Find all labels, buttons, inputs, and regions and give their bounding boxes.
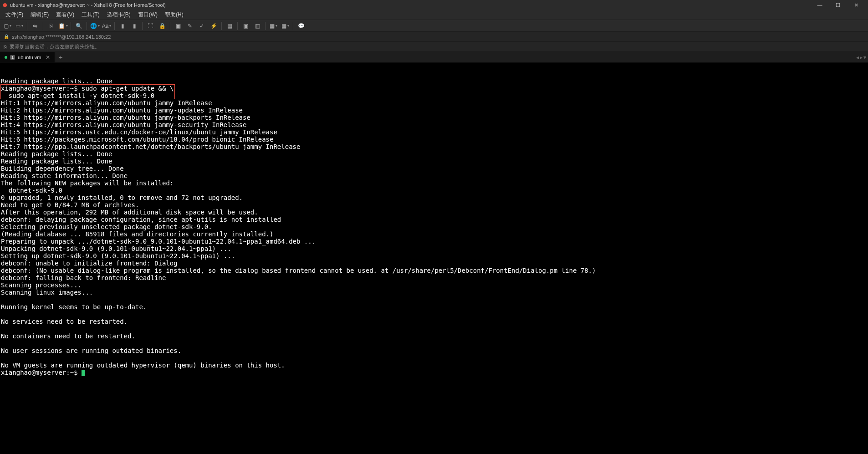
separator xyxy=(27,22,27,30)
fullscreen-button[interactable]: ⛶ xyxy=(145,21,156,31)
hint-icon: ⎘ xyxy=(4,44,7,50)
menu-help[interactable]: 帮助(H) xyxy=(161,10,187,20)
tab-next-button[interactable]: ▸ xyxy=(860,54,863,61)
open-session-button[interactable]: ▭ xyxy=(14,21,25,31)
terminal-line: Selecting previously unselected package … xyxy=(1,223,867,230)
hint-text: 要添加当前会话，点击左侧的箭头按钮。 xyxy=(10,43,100,50)
menu-tools[interactable]: 工具(T) xyxy=(78,10,103,20)
terminal-line: Scanning processes... xyxy=(1,281,867,289)
terminal-line xyxy=(1,325,867,332)
toolbar-btn-b[interactable]: ✎ xyxy=(184,21,195,31)
separator xyxy=(237,22,238,30)
terminal-line: No user sessions are running outdated bi… xyxy=(1,347,867,354)
separator xyxy=(142,22,143,30)
menu-window[interactable]: 窗口(W) xyxy=(134,10,161,20)
minimize-button[interactable]: — xyxy=(811,0,829,10)
terminal-line: No VM guests are running outdated hyperv… xyxy=(1,362,867,369)
terminal-line: No services need to be restarted. xyxy=(1,318,867,325)
encoding-button[interactable]: 🌐 xyxy=(89,21,100,31)
tab-label: ubuntu vm xyxy=(18,55,41,60)
terminal-line: Scanning linux images... xyxy=(1,289,867,296)
window-title: ubuntu vm - xianghao@myserver: ~ - Xshel… xyxy=(10,2,166,8)
terminal-line xyxy=(1,340,867,347)
separator xyxy=(265,22,266,30)
terminal-line: Hit:7 https://ppa.launchpadcontent.net/d… xyxy=(1,143,867,150)
terminal-line xyxy=(1,354,867,362)
menu-tabs[interactable]: 选项卡(B) xyxy=(103,10,134,20)
separator xyxy=(71,22,71,30)
menu-view[interactable]: 查看(V) xyxy=(52,10,78,20)
new-tab-button[interactable]: + xyxy=(55,52,66,62)
terminal-line: debconf: (No usable dialog-like program … xyxy=(1,267,867,274)
layout-button[interactable]: ▦ xyxy=(268,21,279,31)
separator xyxy=(221,22,222,30)
terminal-line: Hit:1 https://mirrors.aliyun.com/ubuntu … xyxy=(1,99,867,107)
terminal-line: Reading package lists... Done xyxy=(1,150,867,158)
terminal[interactable]: Reading package lists... Donexianghao@my… xyxy=(0,63,868,454)
reconnect-button[interactable]: ⇋ xyxy=(30,21,41,31)
terminal-line: dotnet-sdk-9.0 xyxy=(1,187,867,194)
close-button[interactable]: ✕ xyxy=(847,0,865,10)
menu-file[interactable]: 文件(F) xyxy=(2,10,27,20)
separator xyxy=(114,22,115,30)
cursor xyxy=(82,370,85,376)
terminal-line: Reading state information... Done xyxy=(1,172,867,179)
terminal-line: 0 upgraded, 1 newly installed, 0 to remo… xyxy=(1,194,867,201)
toolbar-btn-g[interactable]: ▥ xyxy=(252,21,263,31)
title-bar: ⬣ ubuntu vm - xianghao@myserver: ~ - Xsh… xyxy=(0,0,868,10)
lock-button[interactable]: 🔒 xyxy=(157,21,168,31)
terminal-line: debconf: delaying package configuration,… xyxy=(1,216,867,223)
terminal-line: Hit:6 https://packages.microsoft.com/ubu… xyxy=(1,136,867,143)
app-icon: ⬣ xyxy=(3,2,7,8)
toolbar-btn-f[interactable]: ▣ xyxy=(240,21,251,31)
color-scheme-2-button[interactable]: ▮ xyxy=(129,21,140,31)
new-session-button[interactable]: ▢ xyxy=(2,21,13,31)
terminal-line: Reading package lists... Done xyxy=(1,158,867,165)
separator xyxy=(293,22,293,30)
terminal-line: Need to get 0 B/84.7 MB of archives. xyxy=(1,201,867,209)
hint-bar: ⎘ 要添加当前会话，点击左侧的箭头按钮。 xyxy=(0,42,868,52)
terminal-line: The following NEW packages will be insta… xyxy=(1,179,867,187)
session-tab[interactable]: 1 ubuntu vm ✕ xyxy=(0,52,55,62)
search-button[interactable]: 🔍 xyxy=(73,21,84,31)
toolbar: ▢ ▭ ⇋ ⎘ 📋 🔍 🌐 Aa ▮ ▮ ⛶ 🔒 ▣ ✎ ✓ ⚡ ▤ ▣ ▥ ▦… xyxy=(0,20,868,32)
font-button[interactable]: Aa xyxy=(101,21,112,31)
tile-button[interactable]: ▦ xyxy=(280,21,291,31)
toolbar-btn-e[interactable]: ▤ xyxy=(224,21,235,31)
maximize-button[interactable]: ☐ xyxy=(829,0,847,10)
paste-button[interactable]: 📋 xyxy=(57,21,68,31)
terminal-line: (Reading database ... 85918 files and di… xyxy=(1,230,867,238)
terminal-line: sudo apt-get install -y dotnet-sdk-9.0 xyxy=(1,92,867,99)
menu-edit[interactable]: 编辑(E) xyxy=(27,10,52,20)
color-scheme-1-button[interactable]: ▮ xyxy=(117,21,128,31)
toolbar-btn-d[interactable]: ⚡ xyxy=(208,21,219,31)
terminal-line: Running kernel seems to be up-to-date. xyxy=(1,303,867,311)
terminal-line: Unpacking dotnet-sdk-9.0 (9.0.101-0ubunt… xyxy=(1,245,867,252)
toolbar-btn-c[interactable]: ✓ xyxy=(196,21,207,31)
terminal-line: Setting up dotnet-sdk-9.0 (9.0.101-0ubun… xyxy=(1,252,867,260)
lock-icon: 🔒 xyxy=(4,34,9,39)
toolbar-btn-a[interactable]: ▣ xyxy=(173,21,184,31)
terminal-line: After this operation, 292 MB of addition… xyxy=(1,209,867,216)
tab-bar: 1 ubuntu vm ✕ + ◂ ▸ ▾ xyxy=(0,52,868,63)
terminal-line: Preparing to unpack .../dotnet-sdk-9.0_9… xyxy=(1,238,867,245)
terminal-line: No containers need to be restarted. xyxy=(1,332,867,340)
terminal-line: xianghao@myserver:~$ xyxy=(1,369,867,376)
terminal-line: Hit:5 https://mirrors.ustc.edu.cn/docker… xyxy=(1,128,867,136)
chat-button[interactable]: 💬 xyxy=(296,21,306,31)
tab-close-icon[interactable]: ✕ xyxy=(46,54,50,61)
separator xyxy=(87,22,87,30)
copy-button[interactable]: ⎘ xyxy=(46,21,56,31)
terminal-line: Hit:3 https://mirrors.aliyun.com/ubuntu … xyxy=(1,114,867,121)
terminal-line: Reading package lists... Done xyxy=(1,77,867,85)
terminal-line: debconf: falling back to frontend: Readl… xyxy=(1,274,867,281)
status-dot-icon xyxy=(5,56,7,59)
tab-prev-button[interactable]: ◂ xyxy=(856,54,859,61)
menu-bar: 文件(F) 编辑(E) 查看(V) 工具(T) 选项卡(B) 窗口(W) 帮助(… xyxy=(0,10,868,20)
terminal-line: debconf: unable to initialize frontend: … xyxy=(1,260,867,267)
address-bar[interactable]: 🔒 ssh://xianghao:********@192.168.241.13… xyxy=(0,32,868,42)
tab-number: 1 xyxy=(10,55,15,60)
tab-list-button[interactable]: ▾ xyxy=(863,54,866,61)
separator xyxy=(43,22,43,30)
separator xyxy=(170,22,170,30)
